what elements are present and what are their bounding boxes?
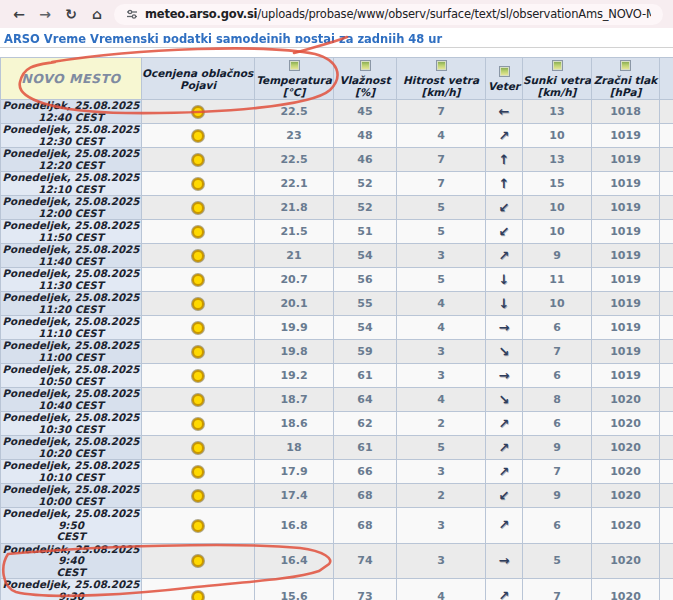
ground-cell xyxy=(660,148,673,172)
time-line2: 12:40 CEST xyxy=(1,112,141,124)
sun-icon xyxy=(192,154,204,166)
ground-cell xyxy=(660,364,673,388)
divider xyxy=(0,47,673,48)
wind-arrow-icon: ↙ xyxy=(499,488,510,503)
wind-gusts-cell: 9 xyxy=(523,244,592,268)
column-header-pressure: Zračni tlak[hPa] xyxy=(592,58,660,100)
table-row: Ponedeljek, 25.08.202511:10 CEST19.9544→… xyxy=(1,316,673,340)
time-line1: Ponedeljek, 25.08.2025 xyxy=(1,244,141,256)
sun-icon xyxy=(192,274,204,286)
sun-icon xyxy=(192,202,204,214)
reload-icon[interactable]: ↻ xyxy=(62,7,80,21)
wind-gusts-cell: 7 xyxy=(523,460,592,484)
humidity-cell: 61 xyxy=(334,436,397,460)
ground-cell xyxy=(660,460,673,484)
ground-cell xyxy=(660,196,673,220)
wind-gusts-cell: 7 xyxy=(523,579,592,600)
back-icon[interactable]: ← xyxy=(10,7,28,21)
table-row: Ponedeljek, 25.08.202510:00 CEST17.4682↙… xyxy=(1,484,673,508)
humidity-cell: 62 xyxy=(334,412,397,436)
time-line1: Ponedeljek, 25.08.2025 xyxy=(1,484,141,496)
time-line2: CEST xyxy=(1,531,141,543)
chart-icon[interactable] xyxy=(552,60,563,71)
time-line1: Ponedeljek, 25.08.2025 9:30 xyxy=(1,579,141,600)
time-line2: 12:30 CEST xyxy=(1,136,141,148)
time-line1: Ponedeljek, 25.08.2025 xyxy=(1,340,141,352)
wind-arrow-icon: ↗ xyxy=(499,517,510,532)
wind-speed-cell: 4 xyxy=(397,579,486,600)
column-label: Sunki vetra xyxy=(523,74,591,86)
time-cell: Ponedeljek, 25.08.202510:30 CEST xyxy=(1,412,142,436)
wind-arrow-icon: ↓ xyxy=(499,272,510,287)
sun-icon xyxy=(192,298,204,310)
humidity-cell: 56 xyxy=(334,268,397,292)
table-row: Ponedeljek, 25.08.202512:00 CEST21.8525↙… xyxy=(1,196,673,220)
humidity-cell: 51 xyxy=(334,220,397,244)
time-cell: Ponedeljek, 25.08.202510:10 CEST xyxy=(1,460,142,484)
column-label: Veter xyxy=(486,80,522,92)
time-line1: Ponedeljek, 25.08.2025 xyxy=(1,436,141,448)
table-row: Ponedeljek, 25.08.202511:30 CEST20.7565↓… xyxy=(1,268,673,292)
humidity-cell: 52 xyxy=(334,172,397,196)
cloudiness-cell xyxy=(142,148,255,172)
url-text[interactable]: meteo.arso.gov.si/uploads/probase/www/ob… xyxy=(145,7,651,21)
chart-icon[interactable] xyxy=(620,60,631,71)
ground-cell xyxy=(660,292,673,316)
wind-direction-cell: ↙ xyxy=(486,220,523,244)
chart-icon[interactable] xyxy=(436,60,447,71)
sun-icon xyxy=(192,370,204,382)
cloudiness-cell xyxy=(142,460,255,484)
wind-gusts-cell: 6 xyxy=(523,508,592,544)
ground-cell xyxy=(660,220,673,244)
table-row: Ponedeljek, 25.08.202512:30 CEST23484↗10… xyxy=(1,124,673,148)
wind-gusts-cell: 10 xyxy=(523,292,592,316)
pressure-cell: 1020 xyxy=(592,388,660,412)
wind-arrow-icon: → xyxy=(499,320,510,335)
home-icon[interactable]: ⌂ xyxy=(88,7,106,21)
url-bar[interactable]: meteo.arso.gov.si/uploads/probase/www/ob… xyxy=(114,4,663,25)
humidity-cell: 52 xyxy=(334,196,397,220)
time-line1: Ponedeljek, 25.08.2025 xyxy=(1,412,141,424)
wind-gusts-cell: 10 xyxy=(523,220,592,244)
wind-arrow-icon: ↙ xyxy=(499,224,510,239)
ground-cell xyxy=(660,124,673,148)
time-line2: 10:20 CEST xyxy=(1,448,141,460)
time-cell: Ponedeljek, 25.08.202511:00 CEST xyxy=(1,340,142,364)
observation-table-wrap: NOVO MESTO Ocenjena oblačnost /PojaviTem… xyxy=(0,57,673,600)
chart-icon[interactable] xyxy=(289,60,300,71)
column-header-wind-gusts: Sunki vetra[km/h] xyxy=(523,58,592,100)
temperature-cell: 15.6 xyxy=(255,579,334,600)
chart-icon-wrap xyxy=(592,60,659,74)
ground-cell xyxy=(660,172,673,196)
temperature-cell: 20.1 xyxy=(255,292,334,316)
forward-icon[interactable]: → xyxy=(36,7,54,21)
wind-speed-cell: 5 xyxy=(397,436,486,460)
cloudiness-cell xyxy=(142,484,255,508)
ground-cell xyxy=(660,579,673,600)
time-line2: 10:10 CEST xyxy=(1,472,141,484)
wind-direction-cell: ↗ xyxy=(486,579,523,600)
cloudiness-cell xyxy=(142,388,255,412)
wind-arrow-icon: ↑ xyxy=(499,152,510,167)
temperature-cell: 18 xyxy=(255,436,334,460)
pressure-cell: 1018 xyxy=(592,100,660,124)
chart-icon-wrap xyxy=(660,66,673,80)
chart-icon[interactable] xyxy=(360,60,371,71)
cloudiness-cell xyxy=(142,244,255,268)
sun-icon xyxy=(192,346,204,358)
sun-icon xyxy=(192,322,204,334)
time-cell: Ponedeljek, 25.08.202511:20 CEST xyxy=(1,292,142,316)
cloudiness-cell xyxy=(142,172,255,196)
wind-speed-cell: 5 xyxy=(397,268,486,292)
site-settings-icon[interactable] xyxy=(126,8,138,20)
column-label: Hitrost vetra xyxy=(397,74,485,86)
weather-data-link[interactable]: ARSO Vreme Vremenski podatki samodejnih … xyxy=(4,32,442,43)
chart-icon[interactable] xyxy=(499,66,510,77)
column-label: Ocenjena oblačnost / xyxy=(142,67,254,79)
temperature-cell: 16.8 xyxy=(255,508,334,544)
time-line1: Ponedeljek, 25.08.2025 xyxy=(1,388,141,400)
column-label: Zračni tlak xyxy=(592,74,659,86)
wind-arrow-icon: ↗ xyxy=(499,128,510,143)
wind-arrow-icon: → xyxy=(499,553,510,568)
time-line2: 11:30 CEST xyxy=(1,280,141,292)
